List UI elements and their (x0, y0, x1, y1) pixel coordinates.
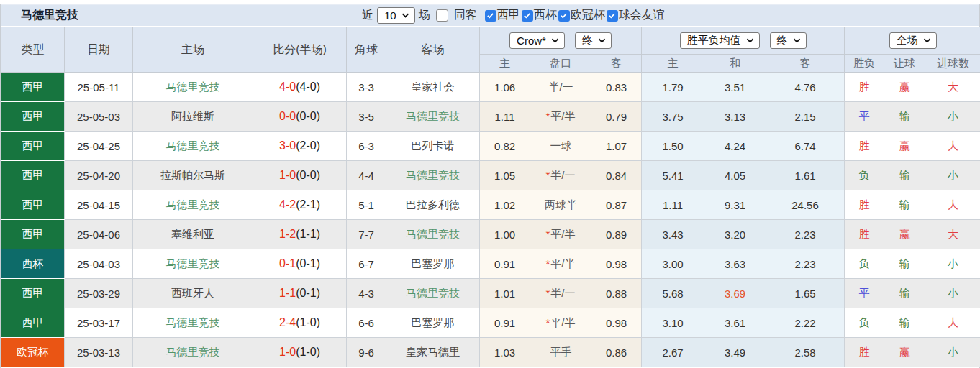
score-cell: 2-4(1-0) (253, 308, 347, 338)
handicap-star: * (545, 316, 550, 328)
away-team-link[interactable]: 马德里竞技 (386, 102, 480, 132)
toolbar-controls: 近 10 场 同客 西甲 西杯 欧冠杯 球会友谊 (362, 5, 665, 26)
away-team-link[interactable]: 巴塞罗那 (386, 308, 480, 338)
wdl-header-group: 胜平负均值 终 (642, 27, 845, 55)
handicap-result: 输 (884, 279, 925, 308)
handicap-line: 平手 (550, 346, 572, 358)
scope-select[interactable]: 全场 (889, 32, 937, 49)
table-row: 西甲 25-03-17 马德里竞技 2-4(1-0) 6-6 巴塞罗那 0.91… (1, 308, 980, 338)
away-team-link[interactable]: 巴列卡诺 (386, 132, 480, 161)
match-date: 25-04-03 (65, 249, 133, 279)
home-team-link[interactable]: 马德里竞技 (133, 132, 253, 161)
handicap-cell: *平/半 (530, 308, 591, 338)
league-filter[interactable]: 西甲 (485, 8, 520, 23)
winloss-result: 负 (845, 308, 884, 338)
goals-result: 大 (925, 132, 980, 161)
checkbox-checked-icon[interactable] (558, 10, 570, 22)
odds-home: 0.91 (480, 308, 530, 338)
full-time-score: 1-0 (279, 346, 296, 358)
wdl-draw-odds: 4.24 (704, 132, 766, 161)
table-row: 西甲 25-03-29 西班牙人 1-1(0-1) 4-3 马德里竞技 1.01… (1, 279, 980, 308)
score-cell: 1-0(0-0) (253, 161, 347, 190)
home-team-link[interactable]: 马德里竞技 (133, 308, 253, 338)
recent-count-select[interactable]: 10 (377, 7, 415, 24)
wdl-mode-select[interactable]: 胜平负均值 (680, 32, 760, 49)
away-team-link[interactable]: 巴塞罗那 (386, 249, 480, 279)
wdl-away-odds: 1.61 (766, 161, 845, 190)
match-date: 25-03-17 (65, 308, 133, 338)
half-time-score: (0-0) (296, 110, 320, 122)
handicap-line: 半/一 (550, 169, 575, 181)
table-row: 西甲 25-04-20 拉斯帕尔马斯 1-0(0-0) 4-4 马德里竞技 1.… (1, 161, 980, 190)
score-cell: 1-0(1-0) (253, 338, 347, 367)
winloss-result: 负 (845, 249, 884, 279)
wdl-away-odds: 2.58 (766, 338, 845, 367)
wdl-away-odds: 4.76 (766, 73, 845, 102)
full-time-score: 4-2 (279, 198, 296, 211)
half-time-score: (1-0) (296, 316, 320, 328)
odds-time-select[interactable]: 终 (575, 32, 612, 49)
league-badge: 西甲 (1, 132, 65, 161)
table-row: 西杯 25-04-03 马德里竞技 0-1(0-1) 6-7 巴塞罗那 0.91… (1, 249, 980, 279)
odds-home: 1.06 (480, 73, 530, 102)
home-team-link[interactable]: 马德里竞技 (133, 73, 253, 102)
odds-company-select[interactable]: Crow* (509, 32, 565, 49)
recent-count-value: 10 (384, 9, 396, 22)
away-team-link[interactable]: 马德里竞技 (386, 161, 480, 190)
handicap-result: 输 (884, 249, 925, 279)
league-filter[interactable]: 西杯 (522, 8, 557, 23)
odds-away: 0.88 (591, 279, 642, 308)
sub-header-odds-home: 主 (480, 55, 530, 73)
home-team-link[interactable]: 拉斯帕尔马斯 (133, 161, 253, 190)
away-team-link[interactable]: 皇家马德里 (386, 338, 480, 367)
same-away-checkbox[interactable] (436, 9, 448, 22)
wdl-away-odds: 2.22 (766, 308, 845, 338)
home-team-link[interactable]: 马德里竞技 (133, 249, 253, 279)
checkbox-checked-icon[interactable] (485, 10, 496, 22)
league-filter[interactable]: 欧冠杯 (558, 8, 605, 23)
home-team-link[interactable]: 马德里竞技 (133, 190, 253, 220)
chevron-down-icon (401, 13, 409, 18)
league-filter[interactable]: 球会友谊 (607, 8, 665, 23)
sub-header-goals: 进球数 (925, 55, 980, 73)
match-history-panel: 马德里竞技 近 10 场 同客 西甲 西杯 欧冠杯 球会友谊 (0, 4, 980, 368)
wdl-home-odds: 3.43 (642, 220, 704, 249)
home-team-link[interactable]: 塞维利亚 (133, 220, 253, 249)
checkbox-checked-icon[interactable] (607, 10, 618, 22)
handicap-cell: *平/半 (530, 220, 591, 249)
match-date: 25-04-20 (65, 161, 133, 190)
goals-result: 小 (925, 279, 980, 308)
home-team-link[interactable]: 西班牙人 (133, 279, 253, 308)
handicap-result: 输 (884, 190, 925, 220)
handicap-cell: 半/一 (530, 73, 591, 102)
half-time-score: (0-1) (296, 287, 320, 299)
handicap-result: 赢 (884, 73, 925, 102)
wdl-time-select[interactable]: 终 (770, 32, 807, 49)
wdl-draw-odds: 9.31 (704, 190, 766, 220)
col-header-away: 客场 (386, 27, 480, 73)
winloss-result: 胜 (845, 73, 884, 102)
handicap-cell: 两球半 (530, 190, 591, 220)
winloss-result: 胜 (845, 338, 884, 367)
handicap-line: 半/一 (548, 80, 573, 93)
away-team-link[interactable]: 皇家社会 (386, 73, 480, 102)
away-team-link[interactable]: 马德里竞技 (386, 220, 480, 249)
corner-score: 4-3 (347, 279, 386, 308)
away-team-link[interactable]: 马德里竞技 (386, 279, 480, 308)
full-time-score: 1-2 (279, 228, 296, 240)
away-team-link[interactable]: 巴拉多利德 (386, 190, 480, 220)
goals-result: 大 (925, 308, 980, 338)
home-team-link[interactable]: 阿拉维斯 (133, 102, 253, 132)
home-team-link[interactable]: 马德里竞技 (133, 338, 253, 367)
winloss-result: 胜 (845, 190, 884, 220)
handicap-line: 平/半 (550, 228, 575, 240)
league-badge: 西甲 (1, 220, 65, 249)
chevron-down-icon (923, 38, 931, 43)
odds-header-group: Crow* 终 (480, 27, 642, 55)
match-date: 25-04-15 (65, 190, 133, 220)
odds-time-value: 终 (582, 34, 593, 47)
league-badge: 西甲 (1, 73, 65, 102)
checkbox-checked-icon[interactable] (522, 10, 533, 22)
chevron-down-icon (793, 38, 801, 43)
chevron-down-icon (598, 38, 606, 43)
